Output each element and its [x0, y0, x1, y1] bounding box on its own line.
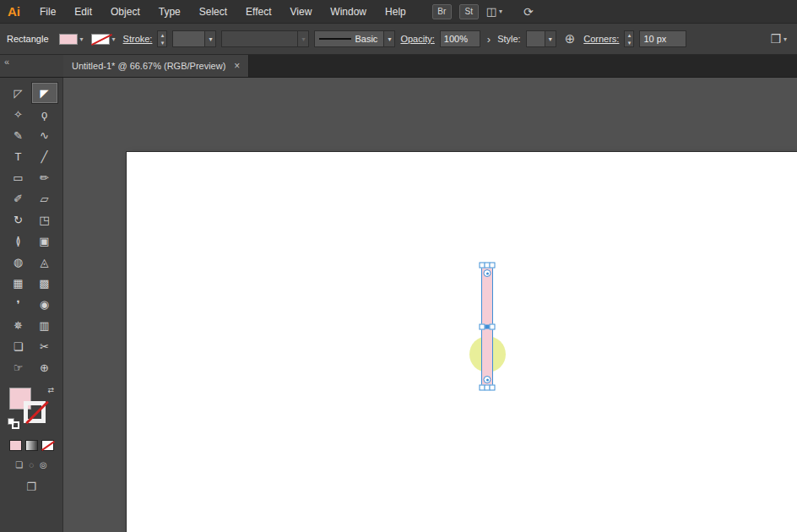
- corners-stepper[interactable]: ▴ ▾: [624, 30, 634, 47]
- draw-behind-icon[interactable]: ◌: [29, 460, 34, 470]
- stroke-swatch-none[interactable]: [91, 34, 110, 45]
- menu-window[interactable]: Window: [321, 0, 376, 24]
- gradient-tool[interactable]: ▩: [32, 273, 57, 293]
- pen-tool[interactable]: ✎: [6, 125, 31, 145]
- corners-link-label[interactable]: Corners:: [583, 34, 619, 44]
- chevron-down-icon[interactable]: ▾: [110, 35, 118, 43]
- menu-file[interactable]: File: [30, 0, 65, 24]
- width-tool-icon: ≬: [15, 236, 20, 247]
- corners-field[interactable]: 10 px: [639, 30, 686, 47]
- rotate-tool[interactable]: ↻: [6, 209, 31, 230]
- artboard[interactable]: [127, 152, 797, 532]
- chevron-down-icon[interactable]: ▾: [545, 31, 556, 46]
- swap-fill-stroke-icon[interactable]: ⇄: [47, 386, 54, 394]
- paintbrush-tool[interactable]: ✏: [32, 167, 57, 187]
- menu-select[interactable]: Select: [190, 0, 236, 24]
- color-button[interactable]: [9, 440, 22, 451]
- line-segment-tool[interactable]: ╱: [32, 146, 57, 166]
- control-panel-menu[interactable]: ❒ ▾: [770, 32, 790, 46]
- eyedropper-tool[interactable]: ❜: [6, 294, 31, 314]
- document-tab[interactable]: Untitled-1* @ 66.67% (RGB/Preview) ×: [63, 55, 249, 77]
- chevron-down-icon[interactable]: ▾: [78, 35, 86, 43]
- stepper-down-icon: ▾: [158, 39, 166, 46]
- live-corner-widget-top[interactable]: [484, 269, 491, 277]
- fill-color-control[interactable]: ▾: [59, 34, 86, 45]
- menu-object[interactable]: Object: [101, 0, 149, 24]
- stroke-link-label[interactable]: Stroke:: [123, 34, 153, 44]
- menu-view[interactable]: View: [281, 0, 322, 24]
- type-tool[interactable]: T: [6, 146, 31, 166]
- width-tool[interactable]: ≬: [6, 231, 31, 251]
- opacity-flyout-icon[interactable]: ›: [485, 33, 492, 46]
- menu-edit[interactable]: Edit: [65, 0, 101, 24]
- corners-value: 10 px: [640, 34, 686, 44]
- drawing-mode-buttons: ❏ ◌ ◎: [15, 460, 47, 470]
- chevron-down-icon: ▾: [783, 35, 787, 43]
- perspective-grid-tool[interactable]: ◬: [32, 252, 57, 272]
- sync-settings-icon[interactable]: ⟳: [523, 5, 534, 19]
- workspace-switcher[interactable]: ◫ ▾: [486, 5, 502, 18]
- rectangle-tool[interactable]: ▭: [6, 167, 31, 187]
- selection-handle-mid-left[interactable]: [480, 323, 485, 329]
- none-button[interactable]: [41, 440, 54, 451]
- stroke-style-value: Basic: [351, 34, 383, 44]
- stroke-indicator[interactable]: [24, 401, 46, 423]
- symbol-sprayer-tool[interactable]: ✵: [6, 315, 31, 335]
- blend-tool-icon: ◉: [40, 299, 49, 310]
- collapse-toolbar-icon[interactable]: «: [4, 57, 9, 67]
- drawn-rectangle[interactable]: [481, 264, 493, 388]
- default-fill-stroke-icon[interactable]: [8, 418, 19, 429]
- stroke-style-combo[interactable]: Basic ▾: [314, 30, 395, 47]
- blend-tool[interactable]: ◉: [32, 294, 57, 314]
- stroke-panel-button[interactable]: St: [459, 4, 479, 19]
- screen-mode-icon[interactable]: ❐: [26, 480, 36, 493]
- opacity-link-label[interactable]: Opacity:: [400, 34, 434, 44]
- menu-effect[interactable]: Effect: [236, 0, 280, 24]
- gradient-tool-icon: ▩: [39, 278, 49, 289]
- pasteboard[interactable]: [63, 78, 797, 532]
- close-icon[interactable]: ×: [234, 60, 240, 72]
- live-corner-widget-bottom[interactable]: [484, 376, 491, 383]
- selection-handle-mid-right[interactable]: [490, 323, 496, 329]
- pencil-tool[interactable]: ✐: [6, 188, 31, 209]
- magic-wand-tool[interactable]: ✧: [6, 104, 31, 124]
- curvature-tool[interactable]: ∿: [32, 125, 57, 145]
- selection-tool[interactable]: ◸: [6, 83, 31, 103]
- free-transform-tool[interactable]: ▣: [32, 231, 57, 251]
- gradient-button[interactable]: [25, 440, 38, 451]
- toolbar-header: «: [0, 55, 63, 77]
- opacity-field[interactable]: 100%: [440, 30, 480, 47]
- brushes-panel-button[interactable]: Br: [432, 4, 452, 19]
- menu-help[interactable]: Help: [376, 0, 415, 24]
- stroke-weight-combo[interactable]: ▾: [172, 30, 216, 47]
- eraser-tool[interactable]: ▱: [32, 188, 57, 209]
- column-graph-tool[interactable]: ▥: [32, 315, 57, 335]
- hand-tool[interactable]: ☞: [6, 357, 31, 377]
- artboard-tool[interactable]: ❏: [6, 336, 31, 356]
- selection-handle-top-right[interactable]: [490, 263, 496, 269]
- chevron-down-icon[interactable]: ▾: [204, 31, 215, 46]
- direct-selection-tool[interactable]: ◤: [32, 83, 57, 103]
- fill-swatch[interactable]: [59, 34, 78, 45]
- menu-type[interactable]: Type: [149, 0, 190, 24]
- menu-items: FileEditObjectTypeSelectEffectViewWindow…: [30, 0, 415, 23]
- draw-normal-icon[interactable]: ❏: [15, 460, 23, 470]
- draw-inside-icon[interactable]: ◎: [40, 460, 47, 470]
- selection-handle-bottom-right[interactable]: [490, 385, 496, 391]
- scale-tool[interactable]: ◳: [32, 209, 57, 230]
- lasso-tool[interactable]: ϙ: [32, 104, 57, 124]
- app-logo: Ai: [8, 4, 20, 19]
- document-tab-title: Untitled-1* @ 66.67% (RGB/Preview): [72, 61, 225, 71]
- pencil-tool-icon: ✐: [14, 193, 23, 204]
- zoom-tool[interactable]: ⊕: [32, 357, 57, 377]
- globe-icon[interactable]: ⊕: [565, 31, 576, 46]
- chevron-down-icon[interactable]: ▾: [383, 31, 394, 46]
- graphic-style-combo[interactable]: ▾: [526, 30, 556, 47]
- direct-selection-tool-icon: ◤: [41, 88, 49, 99]
- slice-tool[interactable]: ✂: [32, 336, 57, 356]
- scale-tool-icon: ◳: [39, 214, 49, 225]
- mesh-tool[interactable]: ▦: [6, 273, 31, 293]
- stroke-weight-stepper[interactable]: ▴ ▾: [157, 30, 167, 47]
- shape-builder-tool[interactable]: ◍: [6, 252, 31, 272]
- stroke-color-control[interactable]: ▾: [91, 34, 118, 45]
